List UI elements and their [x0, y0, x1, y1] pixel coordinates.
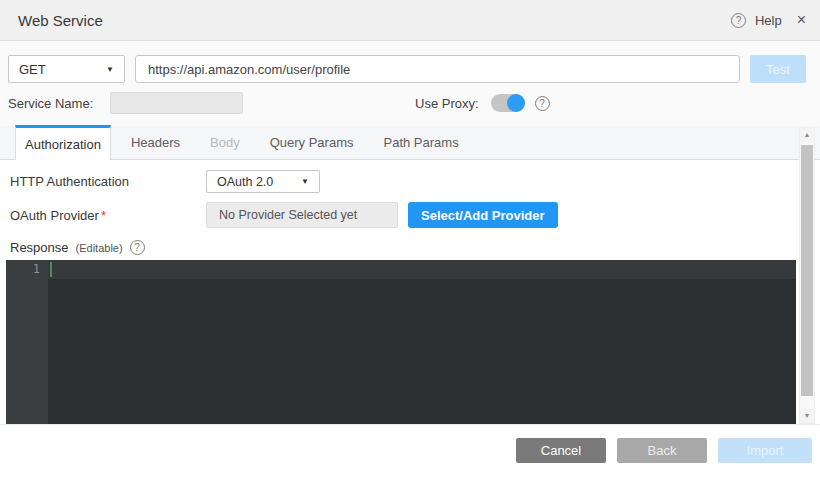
required-marker: * [101, 208, 106, 223]
tab-body: Body [200, 126, 250, 159]
footer-actions: Cancel Back Import [516, 438, 812, 463]
response-code-editor[interactable]: 1 [6, 260, 796, 424]
chevron-down-icon: ▼ [106, 65, 114, 74]
response-header: Response (Editable) ? [10, 240, 820, 255]
service-name-input[interactable] [110, 92, 243, 114]
back-button[interactable]: Back [617, 438, 707, 463]
service-name-label: Service Name: [8, 96, 110, 111]
import-button[interactable]: Import [718, 438, 812, 463]
response-editable-note: (Editable) [76, 242, 123, 254]
select-add-provider-button[interactable]: Select/Add Provider [408, 202, 558, 228]
scroll-up-icon[interactable]: ▲ [800, 128, 814, 142]
http-auth-row: HTTP Authentication OAuth 2.0 ▼ [10, 160, 820, 193]
editor-gutter: 1 [6, 260, 48, 424]
cancel-button[interactable]: Cancel [516, 438, 606, 463]
close-icon[interactable]: × [797, 12, 806, 28]
url-input[interactable] [135, 55, 740, 83]
proxy-help-icon[interactable]: ? [535, 96, 550, 111]
use-proxy-label: Use Proxy: [415, 96, 479, 111]
tab-query-params[interactable]: Query Params [260, 126, 364, 159]
tab-bar: Authorization Headers Body Query Params … [0, 126, 820, 160]
oauth-provider-value: No Provider Selected yet [219, 208, 357, 222]
help-icon[interactable]: ? [731, 13, 746, 28]
oauth-provider-row: OAuth Provider* No Provider Selected yet… [10, 202, 820, 228]
help-link[interactable]: Help [755, 13, 782, 28]
header-actions: ? Help × [731, 12, 806, 28]
tab-path-params[interactable]: Path Params [373, 126, 468, 159]
request-section: GET ▼ Test Service Name: Use Proxy: ? [0, 41, 820, 126]
vertical-scrollbar[interactable]: ▲ ▼ [799, 127, 815, 424]
http-auth-label: HTTP Authentication [10, 174, 206, 189]
tab-headers[interactable]: Headers [121, 126, 190, 159]
http-auth-dropdown[interactable]: OAuth 2.0 ▼ [206, 170, 320, 193]
page-title: Web Service [18, 12, 103, 29]
editor-cursor [50, 262, 52, 277]
http-method-dropdown[interactable]: GET ▼ [8, 55, 125, 83]
http-method-value: GET [19, 62, 46, 77]
service-row: Service Name: Use Proxy: ? [8, 92, 806, 114]
tab-authorization[interactable]: Authorization [15, 125, 111, 160]
line-number: 1 [6, 262, 40, 276]
oauth-provider-label: OAuth Provider* [10, 208, 206, 223]
dialog-header: Web Service ? Help × [0, 0, 820, 41]
editor-active-line [48, 260, 796, 279]
response-help-icon[interactable]: ? [130, 240, 145, 255]
request-bar: GET ▼ Test [8, 55, 806, 83]
chevron-down-icon: ▼ [301, 177, 309, 186]
http-auth-value: OAuth 2.0 [217, 175, 273, 189]
scroll-down-icon[interactable]: ▼ [800, 409, 814, 423]
oauth-provider-label-text: OAuth Provider [10, 208, 99, 223]
response-label: Response [10, 240, 69, 255]
oauth-provider-field: No Provider Selected yet [206, 202, 398, 228]
test-button[interactable]: Test [750, 55, 806, 83]
scrollbar-thumb[interactable] [801, 145, 813, 396]
toggle-knob [507, 94, 525, 112]
use-proxy-toggle[interactable] [491, 94, 525, 112]
web-service-dialog: Web Service ? Help × GET ▼ Test Service … [0, 0, 820, 480]
authorization-panel: HTTP Authentication OAuth 2.0 ▼ OAuth Pr… [0, 160, 820, 425]
